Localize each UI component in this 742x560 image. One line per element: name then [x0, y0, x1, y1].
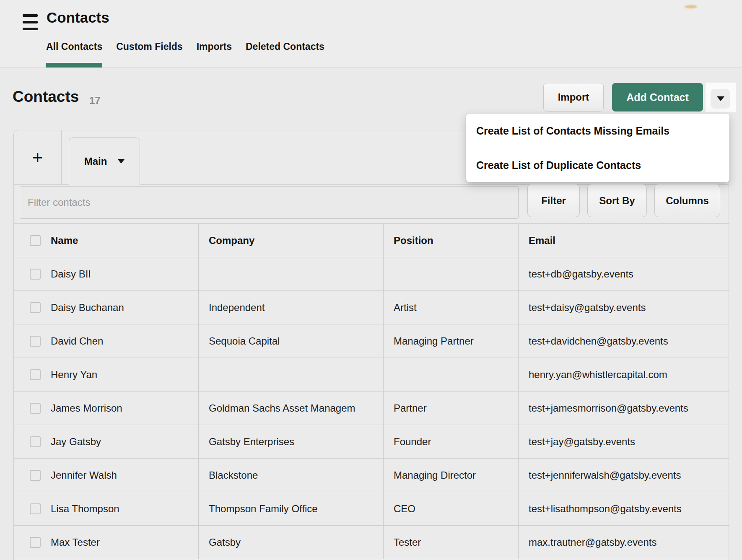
- contact-position: Managing Partner: [394, 335, 474, 347]
- columns-button[interactable]: Columns: [654, 184, 720, 217]
- row-checkbox[interactable]: [30, 503, 41, 514]
- filter-button[interactable]: Filter: [527, 184, 580, 217]
- contact-email: test+jenniferwalsh@gatsby.events: [529, 469, 681, 481]
- contact-email: test+jamesmorrison@gatsby.events: [529, 402, 688, 414]
- row-checkbox[interactable]: [30, 470, 41, 481]
- chevron-down-icon: [118, 159, 125, 163]
- contact-name: Daisy Buchanan: [51, 302, 124, 314]
- add-list-tab-button[interactable]: +: [14, 130, 62, 184]
- tab-custom-fields[interactable]: Custom Fields: [116, 41, 182, 67]
- table-row[interactable]: Max TesterGatsbyTestermax.trautner@gatsb…: [14, 526, 729, 559]
- row-checkbox[interactable]: [30, 369, 41, 380]
- contact-name: Jay Gatsby: [51, 436, 101, 448]
- table-row[interactable]: David ChenSequoia CapitalManaging Partne…: [14, 324, 729, 358]
- row-checkbox[interactable]: [30, 436, 41, 447]
- contact-email: test+daisy@gatsby.events: [529, 302, 646, 314]
- add-contact-split-anchor: [706, 83, 736, 112]
- table-row[interactable]: James MorrisonGoldman Sachs Asset Manage…: [14, 391, 729, 425]
- row-checkbox[interactable]: [30, 336, 41, 347]
- table-row[interactable]: Henry Yanhenry.yan@whistlercapital.com: [14, 358, 729, 391]
- add-contact-dropdown-menu: Create List of Contacts Missing Emails C…: [466, 114, 729, 182]
- column-header-name: Name: [51, 235, 78, 246]
- contacts-page: Contacts All Contacts Custom Fields Impo…: [0, 0, 742, 560]
- select-all-checkbox[interactable]: [30, 235, 41, 246]
- menu-item-create-list-duplicate-contacts[interactable]: Create List of Duplicate Contacts: [466, 148, 729, 182]
- contact-company: Independent: [209, 302, 265, 314]
- import-button[interactable]: Import: [543, 83, 604, 111]
- contact-company: Blackstone: [209, 469, 258, 481]
- contact-name: James Morrison: [51, 402, 122, 414]
- table-row[interactable]: Jay GatsbyGatsby EnterprisesFoundertest+…: [14, 425, 729, 459]
- contact-name: Henry Yan: [51, 369, 97, 381]
- contact-email: henry.yan@whistlercapital.com: [529, 369, 667, 381]
- table-row[interactable]: Lisa ThompsonThompson Family OfficeCEOte…: [14, 492, 729, 526]
- contact-company: Gatsby: [209, 537, 241, 548]
- contact-position: Founder: [394, 436, 431, 448]
- contact-email: test+lisathompson@gatsby.events: [529, 503, 682, 515]
- hamburger-menu-icon[interactable]: [23, 14, 38, 30]
- topbar: Contacts All Contacts Custom Fields Impo…: [0, 0, 742, 68]
- contact-name: Jennifer Walsh: [51, 469, 117, 481]
- chevron-down-icon: [717, 96, 724, 101]
- contact-email: test+jay@gatsby.events: [529, 436, 635, 448]
- contact-name: Daisy BII: [51, 268, 91, 280]
- contact-name: Lisa Thompson: [51, 503, 119, 515]
- list-tab-main[interactable]: Main: [69, 137, 140, 185]
- row-checkbox[interactable]: [30, 537, 41, 548]
- table-row[interactable]: Jennifer WalshBlackstoneManaging Directo…: [14, 459, 729, 492]
- sort-by-button[interactable]: Sort By: [587, 184, 647, 217]
- add-contact-button[interactable]: Add Contact: [612, 83, 703, 111]
- contact-count-badge: 17: [89, 95, 101, 106]
- contact-position: Tester: [394, 537, 421, 548]
- tab-all-contacts[interactable]: All Contacts: [46, 41, 102, 67]
- contact-email: test+davidchen@gatsby.events: [529, 335, 668, 347]
- table-header-row: Name Company Position Email: [14, 224, 729, 257]
- column-header-company: Company: [209, 235, 254, 246]
- contact-name: David Chen: [51, 335, 103, 347]
- decorative-smudge: [685, 5, 697, 8]
- contact-name: Max Tester: [51, 537, 100, 548]
- contact-company: Thompson Family Office: [209, 503, 318, 515]
- filter-contacts-input[interactable]: [20, 186, 519, 219]
- row-checkbox[interactable]: [30, 403, 41, 414]
- tab-imports[interactable]: Imports: [197, 41, 232, 67]
- contact-email: max.trautner@gatsby.events: [529, 537, 656, 548]
- contact-company: Sequoia Capital: [209, 335, 280, 347]
- plus-icon: +: [32, 148, 43, 167]
- page-title: Contacts: [13, 88, 79, 106]
- contact-position: CEO: [394, 503, 415, 515]
- list-tab-label: Main: [84, 156, 107, 167]
- column-header-position: Position: [394, 235, 433, 246]
- contact-position: Partner: [394, 402, 427, 414]
- table-body: Daisy BIItest+db@gatsby.eventsDaisy Buch…: [14, 257, 729, 559]
- contact-company: Goldman Sachs Asset Managem: [209, 402, 355, 414]
- topbar-tabs: All Contacts Custom Fields Imports Delet…: [46, 0, 324, 67]
- tab-deleted-contacts[interactable]: Deleted Contacts: [246, 41, 324, 67]
- row-checkbox[interactable]: [30, 302, 41, 313]
- column-header-email: Email: [529, 235, 555, 246]
- add-contact-dropdown-button[interactable]: [711, 89, 730, 109]
- table-row[interactable]: Daisy BuchananIndependentArtisttest+dais…: [14, 291, 729, 324]
- contact-email: test+db@gatsby.events: [529, 268, 633, 280]
- table-toolbar: Filter Sort By Columns: [14, 185, 729, 223]
- contacts-table: Name Company Position Email Daisy BIItes…: [14, 223, 729, 559]
- contacts-panel: + Main Filter Sort By Columns Name Compa…: [13, 130, 729, 560]
- contact-company: Gatsby Enterprises: [209, 436, 294, 448]
- menu-item-create-list-missing-emails[interactable]: Create List of Contacts Missing Emails: [466, 114, 729, 148]
- row-checkbox[interactable]: [30, 269, 41, 280]
- contact-position: Managing Director: [394, 469, 476, 481]
- contact-position: Artist: [394, 302, 417, 314]
- table-row[interactable]: Daisy BIItest+db@gatsby.events: [14, 257, 729, 291]
